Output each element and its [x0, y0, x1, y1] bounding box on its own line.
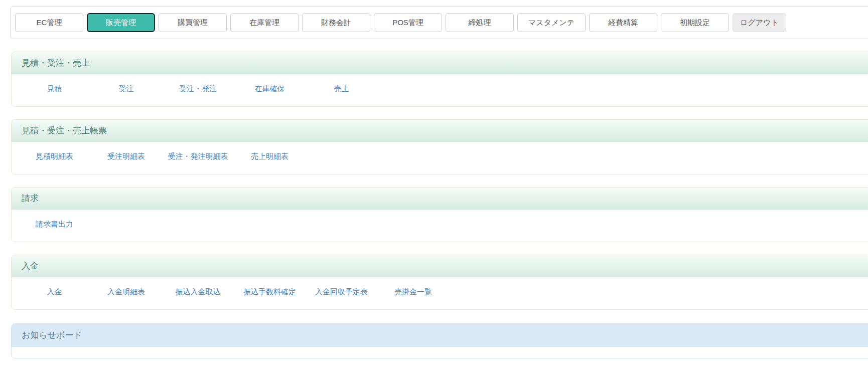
section-quote-order-sales: 見積・受注・売上見積受注受注・発注在庫確保売上 — [11, 52, 868, 107]
link-quote[interactable]: 見積 — [19, 84, 90, 93]
tab-pos-management[interactable]: POS管理 — [374, 13, 442, 32]
section-quote-order-sales-reports: 見積・受注・売上帳票見積明細表受注明細表受注・発注明細表売上明細表 — [11, 119, 868, 174]
logout-button[interactable]: ログアウト — [733, 13, 786, 32]
link-sales[interactable]: 売上 — [306, 84, 377, 93]
tab-expense-settlement[interactable]: 経費精算 — [589, 13, 657, 32]
link-accounts-receivable-list[interactable]: 売掛金一覧 — [377, 287, 449, 296]
section-quote-order-sales-title: 見積・受注・売上 — [12, 52, 868, 74]
tab-purchase-management[interactable]: 購買管理 — [159, 13, 227, 32]
section-billing: 請求請求書出力 — [11, 187, 868, 242]
section-deposit-title: 入金 — [12, 255, 868, 277]
section-deposit: 入金入金入金明細表振込入金取込振込手数料確定入金回収予定表売掛金一覧 — [11, 255, 868, 310]
section-billing-title: 請求 — [12, 187, 868, 210]
link-deposit-collection-schedule[interactable]: 入金回収予定表 — [306, 287, 377, 296]
link-deposit[interactable]: 入金 — [19, 287, 90, 296]
tab-ec-management[interactable]: EC管理 — [15, 13, 83, 32]
tab-closing-process[interactable]: 締処理 — [446, 13, 514, 32]
tab-initial-settings[interactable]: 初期設定 — [661, 13, 729, 32]
sections-container: 見積・受注・売上見積受注受注・発注在庫確保売上見積・受注・売上帳票見積明細表受注… — [0, 52, 868, 358]
link-order-purchase[interactable]: 受注・発注 — [162, 84, 234, 93]
link-order[interactable]: 受注 — [90, 84, 162, 93]
section-notice-board-title: お知らせボード — [12, 324, 868, 347]
section-quote-order-sales-reports-title: 見積・受注・売上帳票 — [12, 120, 868, 142]
link-order-detail-list[interactable]: 受注明細表 — [90, 152, 162, 160]
top-navbar: EC管理販売管理購買管理在庫管理財務会計POS管理締処理マスタメンテ経費精算初期… — [10, 6, 868, 39]
link-bank-transfer-import[interactable]: 振込入金取込 — [162, 287, 234, 296]
tab-financial-accounting[interactable]: 財務会計 — [302, 13, 370, 32]
link-quote-detail-list[interactable]: 見積明細表 — [19, 152, 90, 160]
link-order-purchase-detail-list[interactable]: 受注・発注明細表 — [162, 152, 234, 160]
section-deposit-body: 入金入金明細表振込入金取込振込手数料確定入金回収予定表売掛金一覧 — [12, 277, 868, 309]
tab-sales-management[interactable]: 販売管理 — [87, 13, 155, 32]
tab-inventory-management[interactable]: 在庫管理 — [230, 13, 299, 32]
link-transfer-fee-confirmation[interactable]: 振込手数料確定 — [234, 287, 306, 296]
link-sales-detail-list[interactable]: 売上明細表 — [234, 152, 306, 160]
link-deposit-detail-list[interactable]: 入金明細表 — [90, 287, 162, 296]
section-quote-order-sales-body: 見積受注受注・発注在庫確保売上 — [12, 74, 868, 106]
link-stock-reservation[interactable]: 在庫確保 — [234, 84, 306, 93]
section-notice-board: お知らせボード — [11, 323, 868, 358]
section-notice-board-body — [12, 347, 868, 358]
tab-master-maintenance[interactable]: マスタメンテ — [517, 13, 586, 32]
section-billing-body: 請求書出力 — [12, 210, 868, 242]
top-navbar-tabs: EC管理販売管理購買管理在庫管理財務会計POS管理締処理マスタメンテ経費精算初期… — [15, 13, 790, 32]
section-quote-order-sales-reports-body: 見積明細表受注明細表受注・発注明細表売上明細表 — [12, 142, 868, 174]
link-invoice-output[interactable]: 請求書出力 — [19, 220, 90, 228]
